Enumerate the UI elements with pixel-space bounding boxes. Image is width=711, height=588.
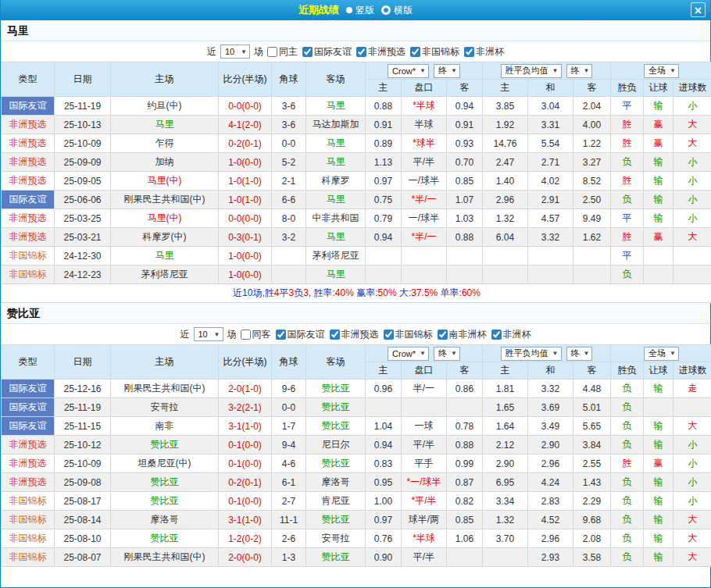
away-team-link[interactable]: 赞比亚: [306, 380, 366, 398]
filter-checkbox[interactable]: 同客: [241, 328, 271, 341]
match-row: 非洲预选25-09-08赞比亚0-2(0-1)6-1摩洛哥0.95*一/球半0.…: [2, 473, 711, 492]
bookmaker-select[interactable]: Crow*▼: [388, 64, 429, 78]
checkbox-input[interactable]: [330, 330, 340, 340]
home-team-link[interactable]: 刚果民主共和国(中): [111, 380, 219, 398]
crow-away-odds-cell: 0.82: [447, 492, 483, 511]
crow-home-odds-cell: 0.75: [366, 191, 402, 209]
filter-checkbox[interactable]: 南非洲杯: [438, 328, 487, 341]
away-team-link[interactable]: 肯尼亚: [306, 492, 366, 511]
filter-checkbox[interactable]: 非洲杯: [464, 45, 504, 59]
away-team-link[interactable]: 科摩罗: [306, 172, 366, 191]
odds-group-select[interactable]: 胜平负均值▼: [501, 347, 562, 361]
checkbox-input[interactable]: [410, 47, 420, 57]
away-team-link[interactable]: 马里: [306, 191, 366, 209]
home-team-link[interactable]: 马里: [111, 247, 219, 265]
away-team-link[interactable]: 马里: [306, 228, 366, 247]
checkbox-input[interactable]: [267, 47, 277, 57]
away-team-link[interactable]: 摩洛哥: [306, 473, 366, 492]
corner-cell: 2-1: [272, 172, 306, 191]
win-odds-cell: 14.76: [483, 134, 528, 153]
summary-segment: 37.5%: [411, 287, 438, 298]
filter-checkbox[interactable]: 同主: [267, 45, 298, 59]
away-team-link[interactable]: 马里: [306, 153, 366, 172]
odds-stage-select[interactable]: 终▼: [434, 347, 460, 361]
away-team-link[interactable]: 中非共和国: [306, 209, 366, 228]
bookmaker-select[interactable]: Crow*▼: [388, 347, 429, 361]
crow-away-odds-cell: [447, 265, 483, 284]
home-team-link[interactable]: 约旦(中): [111, 97, 219, 116]
home-team-link[interactable]: 马里: [111, 116, 219, 134]
odds-group-stage-select[interactable]: 终▼: [566, 347, 593, 361]
away-team-link[interactable]: 马里: [306, 134, 366, 153]
away-team-link[interactable]: 马达加斯加: [306, 116, 366, 134]
handicap-result-cell: 输: [644, 97, 673, 116]
title-bar: 近期战绩 竖版 横版 ×: [1, 0, 710, 20]
checkbox-input[interactable]: [356, 47, 366, 57]
odds-group-select[interactable]: 胜平负均值▼: [501, 64, 562, 78]
handicap-result-cell: 输: [644, 191, 673, 209]
filter-checkbox[interactable]: 国际友谊: [276, 328, 325, 341]
away-team-link[interactable]: 赞比亚: [306, 511, 366, 529]
scope-select[interactable]: 全场▼: [644, 64, 679, 78]
home-team-link[interactable]: 摩洛哥: [111, 511, 219, 529]
checkbox-input[interactable]: [276, 330, 286, 340]
home-team-link[interactable]: 赞比亚: [111, 529, 219, 548]
checkbox-input[interactable]: [464, 47, 474, 57]
result-cell: 负: [611, 153, 644, 172]
crow-away-odds-cell: [447, 247, 483, 265]
corner-cell: 4-6: [272, 454, 306, 473]
away-team-link[interactable]: 赞比亚: [306, 398, 366, 417]
checkbox-input[interactable]: [384, 330, 394, 340]
layout-option-vertical[interactable]: 竖版: [346, 4, 374, 17]
match-date-cell: 25-08-07: [55, 548, 111, 567]
home-team-link[interactable]: 加纳: [111, 153, 219, 172]
away-team-link[interactable]: 安哥拉: [306, 529, 366, 548]
odds-stage-select[interactable]: 终▼: [434, 64, 460, 78]
layout-option-horizontal[interactable]: 横版: [381, 4, 413, 17]
recent-count-select[interactable]: 10 ▼: [194, 327, 223, 341]
home-team-link[interactable]: 南非: [111, 417, 219, 436]
close-icon[interactable]: ×: [691, 2, 706, 17]
home-team-link[interactable]: 刚果民主共和国(中): [111, 548, 219, 567]
filter-checkbox[interactable]: 非国锦标: [384, 328, 433, 341]
away-team-link[interactable]: 马里: [306, 265, 366, 284]
checkbox-input[interactable]: [241, 330, 251, 340]
away-team-link[interactable]: 赞比亚: [306, 548, 366, 567]
filter-checkbox[interactable]: 非洲预选: [330, 328, 379, 341]
away-team-link[interactable]: 马里: [306, 97, 366, 116]
filter-checkbox[interactable]: 非洲杯: [491, 328, 531, 341]
home-team-link[interactable]: 乍得: [111, 134, 219, 153]
home-team-link[interactable]: 坦桑尼亚(中): [111, 454, 219, 473]
scope-select[interactable]: 全场▼: [644, 347, 679, 361]
draw-odds-cell: 4.02: [528, 172, 573, 191]
filter-checkbox[interactable]: 国际友谊: [302, 45, 352, 59]
home-team-link[interactable]: 赞比亚: [111, 492, 219, 511]
corner-cell: 5-2: [272, 153, 306, 172]
away-team-link[interactable]: 尼日尔: [306, 436, 366, 454]
corner-cell: 9-6: [272, 380, 306, 398]
home-team-link[interactable]: 茅利塔尼亚: [111, 265, 219, 284]
checkbox-input[interactable]: [491, 330, 502, 340]
recent-count-select[interactable]: 10 ▼: [220, 45, 250, 59]
odds-group-stage-select[interactable]: 终▼: [566, 64, 593, 78]
filter-checkbox[interactable]: 非洲预选: [356, 45, 406, 59]
goals-result-cell: 小: [673, 153, 711, 172]
result-cell: 负: [611, 548, 644, 567]
away-team-link[interactable]: 茅利塔尼亚: [306, 247, 366, 265]
match-date-cell: 24-12-23: [55, 265, 111, 284]
away-team-link[interactable]: 赞比亚: [306, 417, 366, 436]
home-team-link[interactable]: 安哥拉: [111, 398, 219, 417]
filter-checkbox[interactable]: 非国锦标: [410, 45, 459, 59]
checkbox-input[interactable]: [302, 47, 313, 57]
home-team-link[interactable]: 赞比亚: [111, 436, 219, 454]
match-date-cell: 25-03-21: [55, 228, 111, 247]
home-team-link[interactable]: 刚果民主共和国(中): [111, 191, 219, 209]
home-team-link[interactable]: 科摩罗(中): [111, 228, 219, 247]
away-team-link[interactable]: 赞比亚: [306, 454, 366, 473]
home-team-link[interactable]: 马里(中): [111, 209, 219, 228]
home-team-link[interactable]: 赞比亚: [111, 473, 219, 492]
summary-segment: 负: [294, 287, 303, 298]
home-team-link[interactable]: 马里(中): [111, 172, 219, 191]
match-date-cell: 24-12-30: [55, 247, 111, 265]
checkbox-input[interactable]: [438, 330, 448, 340]
